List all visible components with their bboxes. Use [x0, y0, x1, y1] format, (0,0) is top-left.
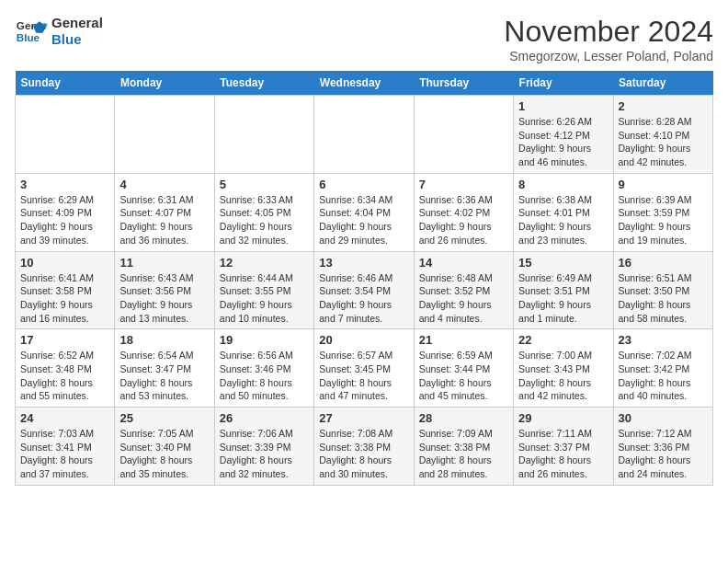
table-cell: 15Sunrise: 6:49 AM Sunset: 3:51 PM Dayli…	[514, 251, 613, 329]
page-header: General Blue General Blue November 2024 …	[15, 15, 713, 63]
table-cell: 11Sunrise: 6:43 AM Sunset: 3:56 PM Dayli…	[115, 251, 214, 329]
day-number: 6	[319, 178, 408, 191]
day-number: 2	[619, 99, 708, 113]
day-number: 9	[619, 178, 708, 191]
day-number: 23	[619, 333, 708, 347]
day-number: 16	[619, 256, 708, 270]
week-row-2: 3Sunrise: 6:29 AM Sunset: 4:09 PM Daylig…	[16, 173, 713, 251]
table-cell	[214, 96, 313, 174]
day-info: Sunrise: 6:39 AM Sunset: 3:59 PM Dayligh…	[619, 193, 708, 247]
day-number: 14	[419, 256, 508, 270]
day-info: Sunrise: 6:31 AM Sunset: 4:07 PM Dayligh…	[119, 193, 209, 247]
table-cell: 20Sunrise: 6:57 AM Sunset: 3:45 PM Dayli…	[314, 329, 414, 408]
day-number: 11	[119, 256, 209, 270]
table-cell: 28Sunrise: 7:09 AM Sunset: 3:38 PM Dayli…	[414, 408, 513, 486]
table-cell: 1Sunrise: 6:26 AM Sunset: 4:12 PM Daylig…	[514, 96, 613, 174]
week-row-4: 17Sunrise: 6:52 AM Sunset: 3:48 PM Dayli…	[16, 329, 713, 408]
logo: General Blue General Blue	[15, 15, 103, 48]
week-row-5: 24Sunrise: 7:03 AM Sunset: 3:41 PM Dayli…	[16, 408, 713, 486]
location-subtitle: Smegorzow, Lesser Poland, Poland	[504, 49, 713, 63]
day-info: Sunrise: 6:26 AM Sunset: 4:12 PM Dayligh…	[518, 115, 608, 169]
day-number: 3	[20, 178, 109, 191]
weekday-header-friday: Friday	[514, 71, 613, 96]
day-number: 20	[319, 333, 408, 347]
title-area: November 2024 Smegorzow, Lesser Poland, …	[504, 15, 713, 63]
day-number: 5	[220, 178, 309, 191]
table-cell: 18Sunrise: 6:54 AM Sunset: 3:47 PM Dayli…	[115, 329, 214, 408]
table-cell: 23Sunrise: 7:02 AM Sunset: 3:42 PM Dayli…	[613, 329, 712, 408]
day-info: Sunrise: 6:51 AM Sunset: 3:50 PM Dayligh…	[619, 271, 708, 326]
day-info: Sunrise: 6:52 AM Sunset: 3:48 PM Dayligh…	[20, 349, 109, 403]
logo-line2: Blue	[51, 31, 103, 48]
day-number: 26	[220, 411, 309, 425]
table-cell: 13Sunrise: 6:46 AM Sunset: 3:54 PM Dayli…	[314, 251, 414, 329]
logo-line1: General	[51, 15, 103, 31]
table-cell: 12Sunrise: 6:44 AM Sunset: 3:55 PM Dayli…	[214, 251, 313, 329]
weekday-header-saturday: Saturday	[613, 71, 712, 96]
day-info: Sunrise: 6:46 AM Sunset: 3:54 PM Dayligh…	[319, 271, 408, 326]
table-cell: 14Sunrise: 6:48 AM Sunset: 3:52 PM Dayli…	[414, 251, 513, 329]
day-number: 10	[20, 256, 109, 270]
day-number: 29	[518, 411, 608, 425]
table-cell	[414, 96, 513, 174]
table-cell	[16, 96, 115, 174]
day-info: Sunrise: 7:06 AM Sunset: 3:39 PM Dayligh…	[220, 427, 309, 481]
weekday-header-wednesday: Wednesday	[314, 71, 414, 96]
day-info: Sunrise: 6:41 AM Sunset: 3:58 PM Dayligh…	[20, 271, 109, 326]
day-number: 17	[20, 333, 109, 347]
day-number: 27	[319, 411, 408, 425]
day-number: 12	[220, 256, 309, 270]
day-info: Sunrise: 6:49 AM Sunset: 3:51 PM Dayligh…	[518, 271, 608, 326]
day-number: 21	[419, 333, 508, 347]
day-info: Sunrise: 6:33 AM Sunset: 4:05 PM Dayligh…	[220, 193, 309, 247]
day-info: Sunrise: 7:03 AM Sunset: 3:41 PM Dayligh…	[20, 427, 109, 481]
table-cell: 24Sunrise: 7:03 AM Sunset: 3:41 PM Dayli…	[16, 408, 115, 486]
day-info: Sunrise: 6:56 AM Sunset: 3:46 PM Dayligh…	[220, 349, 309, 403]
day-number: 13	[319, 256, 408, 270]
table-cell	[115, 96, 214, 174]
day-info: Sunrise: 7:00 AM Sunset: 3:43 PM Dayligh…	[518, 349, 608, 403]
day-number: 18	[119, 333, 209, 347]
table-cell: 19Sunrise: 6:56 AM Sunset: 3:46 PM Dayli…	[214, 329, 313, 408]
day-number: 25	[119, 411, 209, 425]
week-row-1: 1Sunrise: 6:26 AM Sunset: 4:12 PM Daylig…	[16, 96, 713, 174]
day-number: 4	[119, 178, 209, 191]
table-cell: 7Sunrise: 6:36 AM Sunset: 4:02 PM Daylig…	[414, 173, 513, 251]
logo-icon: General Blue	[15, 15, 48, 48]
weekday-header-tuesday: Tuesday	[214, 71, 313, 96]
day-info: Sunrise: 6:34 AM Sunset: 4:04 PM Dayligh…	[319, 193, 408, 247]
table-cell: 29Sunrise: 7:11 AM Sunset: 3:37 PM Dayli…	[514, 408, 613, 486]
day-info: Sunrise: 6:38 AM Sunset: 4:01 PM Dayligh…	[518, 193, 608, 247]
week-row-3: 10Sunrise: 6:41 AM Sunset: 3:58 PM Dayli…	[16, 251, 713, 329]
day-info: Sunrise: 6:43 AM Sunset: 3:56 PM Dayligh…	[119, 271, 209, 326]
calendar-table: SundayMondayTuesdayWednesdayThursdayFrid…	[15, 71, 713, 486]
day-info: Sunrise: 7:11 AM Sunset: 3:37 PM Dayligh…	[518, 427, 608, 481]
table-cell: 10Sunrise: 6:41 AM Sunset: 3:58 PM Dayli…	[16, 251, 115, 329]
table-cell: 30Sunrise: 7:12 AM Sunset: 3:36 PM Dayli…	[613, 408, 712, 486]
day-info: Sunrise: 6:28 AM Sunset: 4:10 PM Dayligh…	[619, 115, 708, 169]
day-number: 30	[619, 411, 708, 425]
weekday-header-sunday: Sunday	[16, 71, 115, 96]
day-number: 1	[518, 99, 608, 113]
day-info: Sunrise: 7:09 AM Sunset: 3:38 PM Dayligh…	[419, 427, 508, 481]
table-cell: 9Sunrise: 6:39 AM Sunset: 3:59 PM Daylig…	[613, 173, 712, 251]
day-number: 19	[220, 333, 309, 347]
day-info: Sunrise: 6:57 AM Sunset: 3:45 PM Dayligh…	[319, 349, 408, 403]
weekday-header-row: SundayMondayTuesdayWednesdayThursdayFrid…	[16, 71, 713, 96]
day-number: 22	[518, 333, 608, 347]
day-info: Sunrise: 6:54 AM Sunset: 3:47 PM Dayligh…	[119, 349, 209, 403]
table-cell	[314, 96, 414, 174]
day-number: 28	[419, 411, 508, 425]
table-cell: 6Sunrise: 6:34 AM Sunset: 4:04 PM Daylig…	[314, 173, 414, 251]
table-cell: 4Sunrise: 6:31 AM Sunset: 4:07 PM Daylig…	[115, 173, 214, 251]
table-cell: 21Sunrise: 6:59 AM Sunset: 3:44 PM Dayli…	[414, 329, 513, 408]
day-info: Sunrise: 7:05 AM Sunset: 3:40 PM Dayligh…	[119, 427, 209, 481]
month-title: November 2024	[504, 15, 713, 49]
day-info: Sunrise: 6:48 AM Sunset: 3:52 PM Dayligh…	[419, 271, 508, 326]
day-number: 15	[518, 256, 608, 270]
table-cell: 3Sunrise: 6:29 AM Sunset: 4:09 PM Daylig…	[16, 173, 115, 251]
day-info: Sunrise: 6:44 AM Sunset: 3:55 PM Dayligh…	[220, 271, 309, 326]
day-info: Sunrise: 7:12 AM Sunset: 3:36 PM Dayligh…	[619, 427, 708, 481]
table-cell: 27Sunrise: 7:08 AM Sunset: 3:38 PM Dayli…	[314, 408, 414, 486]
day-info: Sunrise: 6:36 AM Sunset: 4:02 PM Dayligh…	[419, 193, 508, 247]
